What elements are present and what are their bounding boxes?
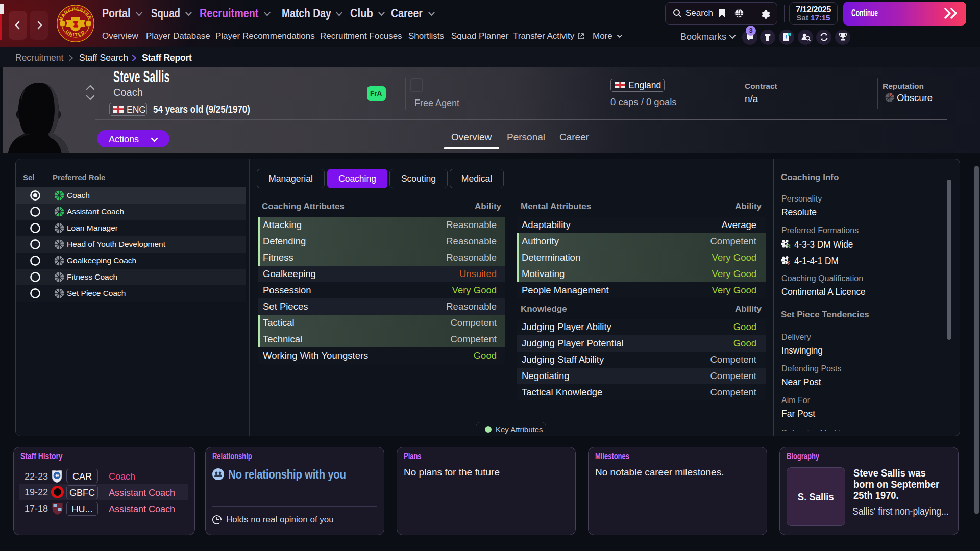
svg-text:!: ! xyxy=(785,35,787,40)
